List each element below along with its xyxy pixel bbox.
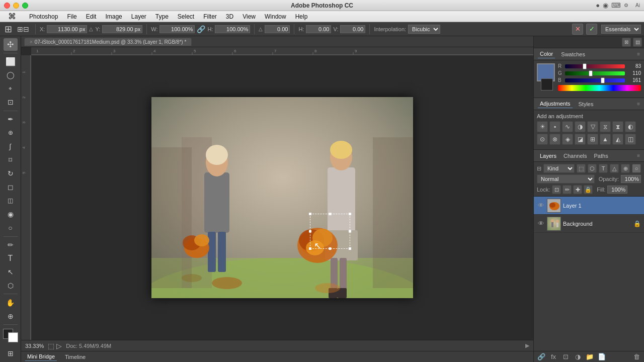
layers-tab[interactable]: Layers	[538, 152, 558, 160]
layer-item-background[interactable]: 👁	[534, 215, 644, 233]
edit-menu[interactable]: Edit	[82, 12, 101, 21]
scroll-right-icon[interactable]: ▶	[525, 342, 529, 349]
collapse-panel-icon[interactable]: ⊠	[622, 38, 631, 47]
h-input[interactable]	[215, 25, 250, 33]
foreground-background-colors[interactable]	[3, 329, 18, 342]
interpolation-select[interactable]: Bicubic	[408, 25, 440, 34]
cancel-transform-button[interactable]: ✕	[572, 24, 583, 35]
delete-layer-btn[interactable]: 🗑	[632, 352, 641, 361]
posterize-adj-icon[interactable]: ⊞	[587, 134, 598, 145]
colorlookup-adj-icon[interactable]: ◈	[562, 134, 573, 145]
apple-menu[interactable]: ⌘	[4, 11, 20, 22]
channel-adj-icon[interactable]: ⊗	[549, 134, 560, 145]
type-tool[interactable]: T	[4, 252, 18, 264]
commit-transform-button[interactable]: ✓	[586, 24, 597, 35]
lock-position-icon[interactable]: ✚	[573, 185, 582, 194]
status-doc-icons[interactable]: ⬚ ▷	[48, 342, 62, 350]
background-color[interactable]	[8, 332, 18, 342]
hskew-input[interactable]	[306, 25, 331, 33]
help-menu[interactable]: Help	[291, 12, 312, 21]
y-input[interactable]	[102, 25, 142, 33]
layer-menu[interactable]: Layer	[127, 12, 150, 21]
filter-pixel-icon[interactable]: ⬚	[577, 164, 586, 173]
gradient-tool[interactable]: ◫	[4, 195, 18, 207]
rotation-input[interactable]	[265, 25, 290, 33]
lock-transparent-icon[interactable]: ⊡	[552, 185, 561, 194]
invert-adj-icon[interactable]: ◪	[575, 134, 586, 145]
color-tab[interactable]: Color	[538, 50, 555, 58]
history-brush-tool[interactable]: ↻	[4, 167, 18, 180]
add-style-btn[interactable]: fx	[549, 352, 558, 361]
adjustments-tab[interactable]: Adjustments	[538, 100, 573, 108]
filter-type-icon[interactable]: T	[599, 164, 608, 173]
maximize-window-button[interactable]	[22, 3, 28, 9]
shape-tool[interactable]: ⬡	[4, 279, 18, 292]
document-tab[interactable]: × 07-iStock_000017617181Medium.psd @ 33.…	[24, 38, 192, 46]
new-group-btn[interactable]: 📁	[585, 352, 594, 361]
hsl-adj-icon[interactable]: ⧖	[600, 121, 611, 132]
layers-panel-expand[interactable]: ≡	[637, 153, 640, 158]
r-slider[interactable]	[565, 64, 625, 68]
add-mask-btn[interactable]: ⊡	[561, 352, 570, 361]
colorbal-adj-icon[interactable]: ⧗	[612, 121, 623, 132]
b-slider[interactable]	[565, 78, 625, 82]
color-spectrum[interactable]	[558, 85, 641, 91]
brush-tool[interactable]: ∫	[4, 140, 18, 153]
timeline-tab[interactable]: Timeline	[63, 353, 88, 361]
opacity-input[interactable]	[621, 175, 641, 183]
window-menu[interactable]: Window	[261, 12, 290, 21]
workspace-select[interactable]: Essentials	[601, 25, 641, 34]
lock-paint-icon[interactable]: ✏	[562, 185, 572, 194]
vibrance-adj-icon[interactable]: ▽	[587, 121, 598, 132]
pen-tool[interactable]: ✏	[4, 238, 18, 251]
new-layer-btn[interactable]: 📄	[597, 352, 606, 361]
selectcolor-adj-icon[interactable]: ◫	[625, 134, 636, 145]
g-slider-thumb[interactable]	[589, 70, 593, 76]
fill-input[interactable]	[607, 186, 627, 194]
bw-adj-icon[interactable]: ◐	[625, 121, 636, 132]
blend-mode-select[interactable]: Normal	[537, 174, 595, 184]
eraser-tool[interactable]: ◻	[4, 181, 18, 194]
styles-tab[interactable]: Styles	[577, 100, 596, 108]
photo-adj-icon[interactable]: ⊙	[537, 134, 548, 145]
paths-tab[interactable]: Paths	[592, 152, 610, 160]
zoom-tool[interactable]: ⊕	[4, 310, 18, 322]
quick-select-tool[interactable]: ⌖	[4, 82, 18, 95]
image-menu[interactable]: Image	[101, 12, 126, 21]
minimize-window-button[interactable]	[13, 3, 19, 9]
3d-menu[interactable]: 3D	[222, 12, 237, 21]
g-slider[interactable]	[565, 71, 625, 75]
layer-visibility-background[interactable]: 👁	[537, 220, 545, 228]
dodge-tool[interactable]: ○	[4, 222, 18, 234]
threshold-adj-icon[interactable]: ▲	[600, 134, 611, 145]
curves-adj-icon[interactable]: ∿	[562, 121, 573, 132]
spot-heal-tool[interactable]: ⊕	[4, 127, 18, 139]
vskew-input[interactable]	[340, 25, 365, 33]
x-input[interactable]	[47, 25, 87, 33]
view-menu[interactable]: View	[238, 12, 260, 21]
filter-shape-icon[interactable]: △	[610, 164, 619, 173]
swatches-tab[interactable]: Swatches	[559, 50, 587, 58]
link-layers-btn[interactable]: 🔗	[537, 352, 546, 361]
marquee-tool[interactable]: ⬜	[4, 55, 18, 68]
clone-stamp-tool[interactable]: ⌑	[4, 154, 18, 166]
new-fill-adj-btn[interactable]: ◑	[573, 352, 582, 361]
adj-panel-expand[interactable]: ≡	[637, 101, 640, 107]
photoshop-menu[interactable]: Photoshop	[25, 12, 62, 21]
b-slider-thumb[interactable]	[601, 77, 605, 83]
blur-tool[interactable]: ◉	[4, 208, 18, 221]
close-window-button[interactable]	[4, 3, 10, 9]
gradientmap-adj-icon[interactable]: ◭	[612, 134, 623, 145]
type-menu[interactable]: Type	[151, 12, 173, 21]
crop-tool[interactable]: ⊡	[4, 96, 18, 109]
channels-tab[interactable]: Channels	[561, 152, 589, 160]
chain-link-icon[interactable]: 🔗	[197, 25, 205, 33]
background-color-swatch[interactable]	[541, 78, 553, 90]
layer-item-layer1[interactable]: 👁 Layer 1	[534, 197, 644, 215]
lasso-tool[interactable]: ◯	[4, 69, 18, 81]
layer-filter-select[interactable]: Kind	[543, 164, 575, 173]
quick-mask-btn[interactable]: ⊞	[4, 347, 18, 360]
w-input[interactable]	[159, 25, 195, 33]
filter-smart-icon[interactable]: ⊕	[621, 164, 630, 173]
filter-menu[interactable]: Filter	[199, 12, 221, 21]
